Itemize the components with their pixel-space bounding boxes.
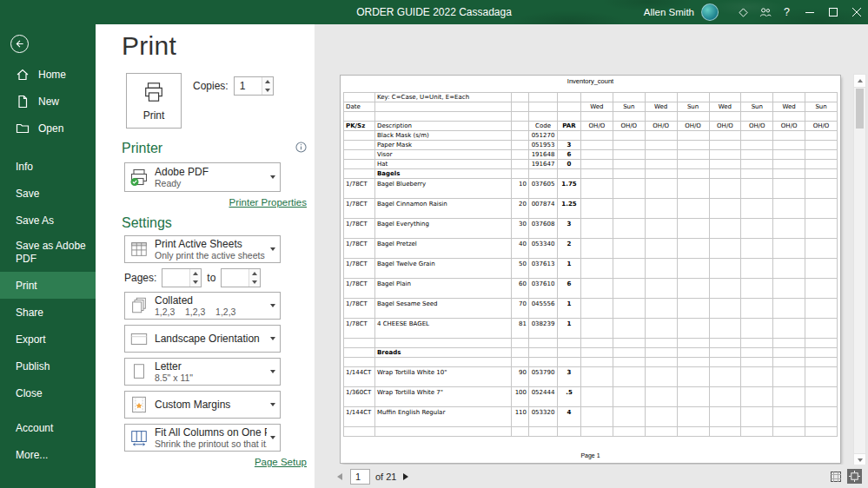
preview-cell [677,160,709,169]
preview-cell: OH/O [581,122,613,131]
preview-cell [558,131,581,141]
preview-cell: 1/78CT [344,259,375,279]
preview-cell [645,219,677,239]
preview-cell: Bagel Pretzel [375,239,512,259]
zoom-controls [828,469,862,484]
preview-cell [558,102,581,112]
sidebar-item-save[interactable]: Save [0,180,96,207]
preview-cell: Wrap Tortilla White 10" [375,367,512,387]
preview-cell: OH/O [773,122,805,131]
preview-cell [613,299,645,319]
preview-cell: Sun [741,102,773,112]
share-contacts-icon[interactable] [754,0,776,24]
preview-cell [645,141,677,150]
preview-cell: Bagel Cinnamon Raisin [375,199,512,219]
active-sheets-icon [129,239,149,260]
copies-input[interactable]: 1 [234,76,274,96]
preview-cell [677,367,709,387]
printer-selector-text: Adobe PDF Ready [155,166,267,188]
minimize-button[interactable] [798,0,821,24]
page-setup-link[interactable]: Page Setup [122,457,307,468]
preview-cell [512,427,529,437]
preview-cell: 50 [512,259,529,279]
sidebar-item-close[interactable]: Close [0,379,96,406]
preview-cell [741,150,773,160]
sidebar-item-new[interactable]: New [0,88,96,115]
scroll-up-button[interactable] [854,75,865,88]
close-button[interactable] [845,0,868,24]
preview-cell [613,427,645,437]
pages-to-input[interactable] [221,268,261,287]
copies-decrement-button[interactable] [262,86,273,95]
avatar[interactable] [701,3,719,21]
zoom-to-page-button[interactable] [847,469,862,484]
preview-cell [709,358,741,367]
preview-cell [741,427,773,437]
pages-to-decrement-button[interactable] [249,278,260,287]
maximize-button[interactable] [821,0,845,24]
paper-size-selector[interactable]: Letter 8.5" x 11" [124,358,281,386]
preview-row-empty [344,339,838,348]
sidebar-item-print[interactable]: Print [0,272,96,299]
preview-cell [645,358,677,367]
preview-cell [581,367,613,387]
info-icon[interactable] [295,141,307,156]
sidebar-item-home[interactable]: Home [0,61,96,88]
preview-row-empty [344,427,838,437]
scrollbar-thumb[interactable] [856,89,864,129]
sidebar-item-export[interactable]: Export [0,326,96,353]
orientation-selector[interactable]: Landscape Orientation [124,325,281,353]
pages-from-input[interactable] [162,268,202,287]
ribbon-display-options-icon[interactable] [732,0,754,24]
print-what-text: Print Active Sheets Only print the activ… [155,238,267,260]
sidebar-item-account[interactable]: Account [0,414,96,441]
preview-row-empty [344,112,838,122]
sidebar-item-info[interactable]: Info [0,153,96,180]
print-button[interactable]: Print [126,73,182,129]
preview-cell [645,179,677,199]
printer-selector[interactable]: Adobe PDF Ready [124,162,281,192]
print-what-selector[interactable]: Print Active Sheets Only print the activ… [124,235,281,263]
help-icon[interactable]: ? [776,0,798,24]
sidebar-item-open[interactable]: Open [0,115,96,142]
preview-cell [773,339,805,348]
preview-cell: 1/78CT [344,319,375,339]
preview-cell: 100 [512,387,529,407]
pages-to-increment-button[interactable] [249,269,260,278]
pages-from-increment-button[interactable] [190,269,201,278]
sidebar-item-save-as[interactable]: Save As [0,207,96,234]
pages-range-row: Pages: to [124,268,315,287]
preview-cell: 191648 [529,150,558,160]
margins-selector[interactable]: Custom Margins [124,391,281,419]
next-page-button[interactable] [403,473,408,480]
preview-cell: 3 [558,367,581,387]
user-name[interactable]: Allen Smith [644,7,694,17]
preview-cell [581,279,613,299]
pages-from-decrement-button[interactable] [190,278,201,287]
collation-selector[interactable]: Collated 1,2,3 1,2,3 1,2,3 [124,292,281,320]
preview-cell [709,279,741,299]
previous-page-button[interactable] [337,473,342,480]
show-margins-button[interactable] [828,469,843,484]
preview-cell [709,160,741,169]
preview-cell [709,169,741,179]
preview-cell [529,93,558,102]
current-page-input[interactable]: 1 [350,469,370,485]
sidebar-item-label: Home [38,69,66,81]
sidebar-item-more[interactable]: More... [0,441,96,468]
back-button[interactable] [10,35,29,53]
preview-cell: Date [344,102,375,112]
printer-properties-link[interactable]: Printer Properties [122,197,307,208]
copies-increment-button[interactable] [262,77,273,86]
preview-cell [773,141,805,150]
preview-scrollbar[interactable] [853,74,866,467]
preview-cell [677,141,709,150]
preview-cell [558,93,581,102]
printer-icon [142,81,165,106]
preview-row-item: Paper Mask0519533 [344,141,838,150]
sidebar-item-publish[interactable]: Publish [0,353,96,379]
sidebar-item-save-as-adobe-pdf[interactable]: Save as Adobe PDF [0,234,96,272]
sidebar-item-label: New [38,96,59,108]
scaling-selector[interactable]: Fit All Columns on One Page Shrink the p… [124,424,281,452]
sidebar-item-share[interactable]: Share [0,299,96,326]
